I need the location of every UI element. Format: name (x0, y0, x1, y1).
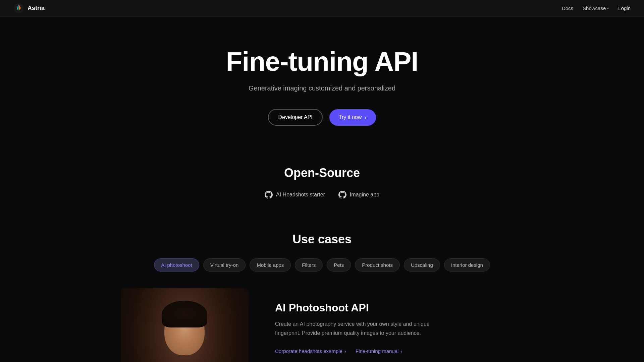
github-link-imagine[interactable]: Imagine app (338, 191, 379, 199)
nav-login[interactable]: Login (618, 5, 631, 11)
tab-product-shots[interactable]: Product shots (355, 258, 400, 272)
tab-virtual-try-on[interactable]: Virtual try-on (203, 258, 246, 272)
tab-mobile-apps[interactable]: Mobile apps (250, 258, 291, 272)
navbar-links: Docs Showcase ▾ Login (562, 5, 631, 11)
github-link-headshots[interactable]: AI Headshots starter (265, 191, 325, 199)
fine-tuning-manual-link[interactable]: Fine-tuning manual › (356, 348, 402, 354)
use-case-image (121, 288, 248, 362)
corporate-headshots-link[interactable]: Corporate headshots example › (275, 348, 346, 354)
hero-section: Fine-tuning API Generative imaging custo… (0, 0, 644, 146)
chevron-down-icon: ▾ (607, 6, 609, 10)
use-case-description: Create an AI photography service with yo… (275, 319, 443, 338)
tab-filters[interactable]: Filters (295, 258, 323, 272)
tab-ai-photoshoot[interactable]: AI photoshoot (154, 258, 199, 272)
brand-name-text: Astria (28, 5, 45, 12)
use-case-tabs: AI photoshoot Virtual try-on Mobile apps… (13, 258, 631, 272)
navbar: Astria Docs Showcase ▾ Login (0, 0, 644, 17)
open-source-links: AI Headshots starter Imagine app (13, 191, 631, 199)
use-case-api-title: AI Photoshoot API (275, 302, 523, 314)
hero-subtitle: Generative imaging customized and person… (249, 84, 395, 92)
tab-pets[interactable]: Pets (327, 258, 351, 272)
nav-showcase[interactable]: Showcase ▾ (583, 5, 609, 11)
github-icon-headshots (265, 191, 273, 199)
arrow-right-icon: › (365, 114, 367, 121)
open-source-section: Open-Source AI Headshots starter Imagine… (0, 146, 644, 226)
arrow-right-icon: › (344, 348, 346, 354)
portrait-image (121, 288, 248, 362)
open-source-title: Open-Source (13, 166, 631, 180)
tab-upscaling[interactable]: Upscaling (404, 258, 440, 272)
github-icon-imagine (338, 191, 346, 199)
developer-api-button[interactable]: Developer API (268, 109, 322, 126)
try-it-now-button[interactable]: Try it now › (329, 109, 376, 126)
tab-interior-design[interactable]: Interior design (444, 258, 490, 272)
hero-buttons: Developer API Try it now › (268, 109, 376, 126)
use-case-content: AI Photoshoot API Create an AI photograp… (121, 288, 523, 362)
hero-title: Fine-tuning API (226, 47, 418, 76)
use-cases-section: Use cases AI photoshoot Virtual try-on M… (0, 226, 644, 362)
astria-logo-icon (13, 3, 24, 14)
use-case-actions: Corporate headshots example › Fine-tunin… (275, 348, 523, 354)
use-case-info: AI Photoshoot API Create an AI photograp… (275, 288, 523, 354)
use-cases-title: Use cases (13, 232, 631, 246)
portrait-hair (162, 301, 207, 327)
arrow-right-icon: › (400, 348, 402, 354)
nav-docs[interactable]: Docs (562, 5, 573, 11)
brand-logo[interactable]: Astria (13, 3, 45, 14)
